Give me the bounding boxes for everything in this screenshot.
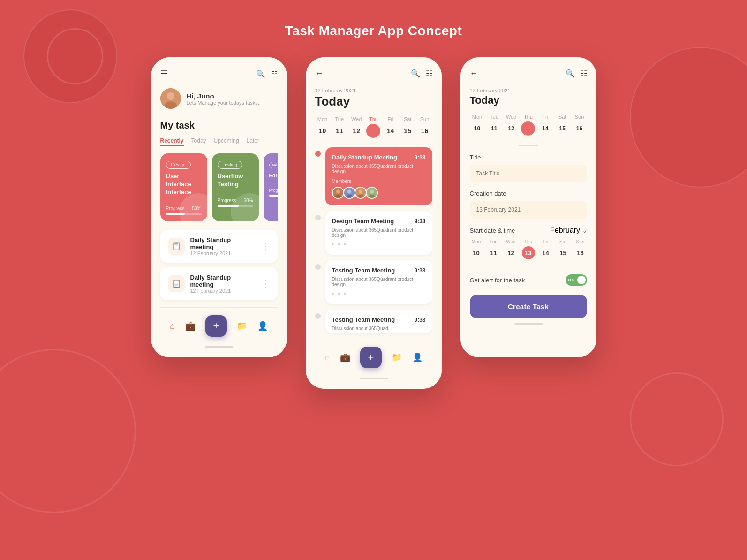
task-info-2: Daily Standup meeting 12 February 2021: [190, 274, 256, 294]
cal-fri[interactable]: Fri 14: [539, 239, 552, 259]
greeting-sub: Lets Manage your todays tasks..: [187, 100, 261, 106]
search-icon-p3[interactable]: 🔍: [566, 69, 575, 78]
nav-person-1[interactable]: 👤: [257, 321, 268, 331]
alert-toggle[interactable]: On: [566, 274, 587, 286]
bottom-nav-2: ⌂ 💼 + 📁 👤: [315, 339, 432, 373]
cal-sun[interactable]: Sun 16: [574, 239, 587, 259]
nav-briefcase-1[interactable]: 💼: [185, 321, 196, 331]
day-sun-p2[interactable]: Sun 16: [417, 116, 432, 138]
filter-icon-p1[interactable]: ☷: [271, 69, 278, 78]
timeline-item-1[interactable]: Daily Standup Meeting 9:33 Discussion ab…: [315, 147, 432, 205]
day-wed-p2[interactable]: Wed 12: [349, 116, 364, 138]
member-4: [366, 187, 378, 199]
tc-desc-4: Discussion about 365Quad...: [332, 326, 426, 331]
tab-recently[interactable]: Recently: [160, 137, 184, 146]
back-icon-p3[interactable]: ←: [470, 68, 478, 78]
create-task-button[interactable]: Create Task: [470, 295, 587, 318]
timeline-dot-2: [315, 215, 321, 220]
day-sat-p3[interactable]: Sat 15: [555, 114, 570, 136]
day-thu-p2[interactable]: Thu 13: [366, 116, 381, 138]
filter-icon-p3[interactable]: ☷: [581, 69, 587, 78]
card-title-design: User InterfaceInterface: [166, 173, 202, 197]
timeline-card-2[interactable]: Design Team Meeting 9:33 Discussion abou…: [325, 211, 432, 255]
day-mon-p3[interactable]: Mon 10: [470, 114, 485, 136]
tc-title-1: Daily Standup Meeting: [332, 154, 397, 161]
scroll-indicator-3: [514, 323, 543, 325]
timeline-card-4[interactable]: Testing Team Meeting 9:33 Discussion abo…: [325, 310, 432, 333]
timeline-card-1[interactable]: Daily Standup Meeting 9:33 Discussion ab…: [325, 147, 432, 205]
nav-add-2[interactable]: +: [360, 347, 382, 368]
cal-wed[interactable]: Wed 12: [505, 239, 518, 259]
timeline-item-3[interactable]: Testing Team Meeting 9:33 Discussion abo…: [315, 260, 432, 304]
svg-point-13: [370, 189, 373, 193]
cal-mon[interactable]: Mon 10: [470, 239, 483, 259]
card-title-testing: UserflowTesting: [218, 173, 253, 189]
task-date-1: 12 February 2021: [190, 250, 256, 256]
hamburger-icon[interactable]: ☰: [160, 68, 168, 79]
day-sat-p2[interactable]: Sat 15: [400, 116, 415, 138]
creation-date-input[interactable]: [470, 201, 587, 219]
cal-thu[interactable]: Thu 13: [522, 239, 535, 259]
tc-dots-2: • • •: [332, 241, 426, 248]
phone-create-task: ← 🔍 ☷ 12 February 2021 Today Mon 10 Tue …: [460, 57, 596, 357]
task-cards: Design User InterfaceInterface Progress5…: [160, 153, 278, 221]
topbar-phone3: ← 🔍 ☷: [470, 68, 587, 78]
search-icon-p1[interactable]: 🔍: [256, 69, 265, 78]
task-icon-1: 📋: [168, 238, 185, 255]
day-tue-p3[interactable]: Tue 11: [487, 114, 502, 136]
card-badge-wi: Wi: [269, 162, 278, 168]
task-card-testing[interactable]: Testing UserflowTesting Progress60%: [212, 153, 259, 221]
nav-folder-1[interactable]: 📁: [237, 321, 247, 331]
back-icon-p2[interactable]: ←: [315, 68, 324, 78]
alert-toggle-row: Get alert for the task On: [470, 274, 587, 286]
timeline-card-3[interactable]: Testing Team Meeting 9:33 Discussion abo…: [325, 260, 432, 304]
month-selector-label[interactable]: February ⌄: [550, 226, 587, 235]
task-card-wi[interactable]: Wi Edi Prog: [264, 153, 278, 221]
timeline-item-2[interactable]: Design Team Meeting 9:33 Discussion abou…: [315, 211, 432, 255]
day-fri-p3[interactable]: Fri 14: [538, 114, 553, 136]
nav-person-2[interactable]: 👤: [412, 352, 423, 363]
day-thu-p3[interactable]: Thu 13: [521, 114, 536, 136]
cal-sat[interactable]: Sat 15: [557, 239, 570, 259]
section-title-my-task: My task: [160, 120, 278, 131]
card-progress-label-2: Progress60%: [218, 198, 253, 203]
scroll-indicator-1: [205, 346, 233, 348]
cal-tue[interactable]: Tue 11: [487, 239, 500, 259]
task-title-2: Daily Standup meeting: [190, 274, 256, 288]
page-title: Task Manager App Concept: [285, 23, 462, 38]
tc-dots-3: • • •: [332, 290, 426, 297]
nav-briefcase-2[interactable]: 💼: [340, 352, 350, 363]
task-list-item-2[interactable]: 📋 Daily Standup meeting 12 February 2021…: [160, 267, 278, 300]
bg-decoration-5: [630, 372, 724, 466]
title-input[interactable]: [470, 165, 587, 182]
filter-icon-p2[interactable]: ☷: [426, 69, 432, 78]
nav-add-1[interactable]: +: [205, 315, 227, 337]
task-card-design[interactable]: Design User InterfaceInterface Progress5…: [160, 153, 207, 221]
task-menu-1[interactable]: ⋮: [262, 241, 270, 251]
chevron-down-icon[interactable]: ⌄: [582, 227, 587, 234]
day-mon-p2[interactable]: Mon 10: [315, 116, 330, 138]
tab-today[interactable]: Today: [191, 137, 206, 146]
tc-members-label-1: Members: [332, 179, 426, 184]
tc-time-1: 9:33: [414, 154, 425, 161]
day-tue-p2[interactable]: Tue 11: [332, 116, 347, 138]
nav-home-2[interactable]: ⌂: [324, 353, 330, 363]
day-wed-p3[interactable]: Wed 12: [504, 114, 519, 136]
month-selector: Start date & time February ⌄: [470, 226, 587, 235]
date-large-p2: Today: [315, 94, 432, 109]
task-list-item-1[interactable]: 📋 Daily Standup meeting 12 February 2021…: [160, 230, 278, 263]
timeline-item-4[interactable]: Testing Team Meeting 9:33 Discussion abo…: [315, 310, 432, 333]
task-menu-2[interactable]: ⋮: [262, 279, 270, 289]
tc-desc-1: Discussion about 365Quadrant product des…: [332, 164, 426, 174]
date-large-p3: Today: [470, 94, 587, 106]
day-fri-p2[interactable]: Fri 14: [383, 116, 398, 138]
day-sun-p3[interactable]: Sun 16: [572, 114, 587, 136]
tab-upcoming[interactable]: Upcoming: [214, 137, 239, 146]
scroll-indicator-2: [360, 378, 388, 379]
nav-folder-2[interactable]: 📁: [392, 352, 402, 363]
nav-home-1[interactable]: ⌂: [170, 321, 175, 331]
tc-title-4: Testing Team Meeting: [332, 316, 395, 323]
search-icon-p2[interactable]: 🔍: [411, 69, 420, 78]
tab-later[interactable]: Later: [247, 137, 259, 146]
task-date-2: 12 February 2021: [190, 288, 256, 294]
